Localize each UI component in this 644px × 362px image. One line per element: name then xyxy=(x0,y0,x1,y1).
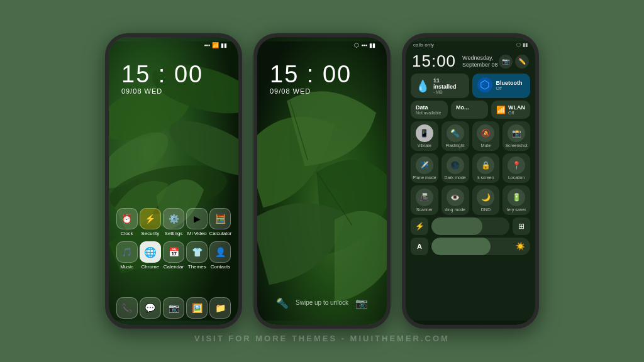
batterysaver-icon: 🔋 xyxy=(508,189,525,206)
cc-wlan-sub: Off xyxy=(508,111,525,115)
settings-icon[interactable]: ⚙️ xyxy=(163,208,184,229)
chrome-icon[interactable]: 🌐 xyxy=(140,241,161,263)
cc-scanner-btn[interactable]: 📠 Scanner xyxy=(411,185,438,215)
scanner-label: Scanner xyxy=(416,207,433,212)
cc-data-tile[interactable]: Data Not available xyxy=(411,101,448,119)
phone2-time: 15 : 00 xyxy=(270,62,352,86)
calculator-icon[interactable]: 🧮 xyxy=(209,208,231,229)
dock-gallery[interactable]: 🖼️ xyxy=(186,297,209,319)
phone2-status-bar: ⬡ ▪▪▪ ▮▮ xyxy=(257,42,387,48)
app-settings[interactable]: ⚙️ Settings xyxy=(162,208,185,236)
camera-icon[interactable]: 📷 xyxy=(163,297,184,319)
cc-storage-tile[interactable]: 💧 11 installed - MB xyxy=(411,74,469,98)
cc-dnd-btn[interactable]: 🌙 DND xyxy=(472,185,500,215)
app-music[interactable]: 🎵 Music xyxy=(115,241,138,270)
bluetooth-icon: ⬡ xyxy=(354,42,359,48)
cc-screenshot-btn[interactable]: 📸 Screenshot xyxy=(502,121,530,151)
dock-camera[interactable]: 📷 xyxy=(162,297,185,319)
cc-mute-btn[interactable]: 🔕 Mute xyxy=(472,121,500,151)
cc-time-row: 15:00 Wednesday, September 08 📷 ✏️ xyxy=(411,52,530,71)
files-icon[interactable]: 📁 xyxy=(209,297,231,319)
cc-location-btn[interactable]: 📍 Location xyxy=(502,153,530,183)
plane-icon: ✈️ xyxy=(416,156,433,174)
phone-icon[interactable]: 📞 xyxy=(116,297,138,319)
cc-flashlight-btn[interactable]: 🔦 Flashlight xyxy=(441,121,469,151)
app-mivideo[interactable]: ▶ Mi Video xyxy=(186,208,209,236)
calendar-icon[interactable]: 📅 xyxy=(163,241,184,263)
app-calculator-label: Calculator xyxy=(209,231,231,236)
app-chrome[interactable]: 🌐 Chrome xyxy=(138,241,162,270)
cc-bluetooth-sub: Off xyxy=(496,86,523,90)
cc-brightness-bar[interactable]: ☀️ xyxy=(431,238,530,255)
cc-expand-icon[interactable]: ⊞ xyxy=(513,217,530,235)
cc-lockscreen-btn[interactable]: 🔒 k screen xyxy=(472,153,500,183)
batterysaver-label: tery saver xyxy=(507,207,526,212)
cc-date: Wednesday, September 08 xyxy=(462,55,498,69)
cc-tiles-row1: 💧 11 installed - MB ⬡ Bluetooth Off xyxy=(411,74,530,98)
app-calendar-label: Calendar xyxy=(164,264,184,270)
cc-wlan-tile[interactable]: 📶 WLAN Off xyxy=(491,101,530,119)
app-grid: ⏰ Clock ⚡ Security ⚙️ Settings ▶ Mi Vide… xyxy=(115,208,232,275)
status-bar: ▪▪▪ 📶 ▮▮ xyxy=(109,42,238,48)
wifi-icon: 📶 xyxy=(212,42,219,48)
app-calendar[interactable]: 📅 Calendar xyxy=(162,241,185,270)
dock-files[interactable]: 📁 xyxy=(209,297,232,319)
lockscreen-label: k screen xyxy=(477,175,494,180)
cc-camera-btn[interactable]: 📷 xyxy=(499,55,513,69)
app-security[interactable]: ⚡ Security xyxy=(138,208,162,236)
cc-date-line1: Wednesday, xyxy=(462,55,498,62)
swipe-hint[interactable]: Swipe up to unlock xyxy=(257,299,387,306)
battery-icon: ▮▮ xyxy=(369,42,375,48)
signal-icon: ▪▪▪ xyxy=(361,42,367,48)
cc-dingmode-btn[interactable]: 👁️ ding mode xyxy=(441,185,469,215)
control-center: calls only ⬡ ▮▮ 15:00 Wednesday, Septemb… xyxy=(406,37,535,325)
app-contacts-label: Contacts xyxy=(211,264,231,270)
dock-messages[interactable]: 💬 xyxy=(138,297,162,319)
themes-icon[interactable]: 👕 xyxy=(186,241,208,263)
cc-quick-row2: ✈️ Plane mode 🌑 Dark mode 🔒 k screen 📍 L… xyxy=(411,153,530,183)
screenshot-label: Screenshot xyxy=(505,143,527,148)
app-contacts[interactable]: 👤 Contacts xyxy=(209,241,232,270)
app-chrome-label: Chrome xyxy=(142,264,159,270)
dock-phone[interactable]: 📞 xyxy=(115,297,138,319)
phone1-time-display: 15 : 00 09/08 WED xyxy=(121,62,203,95)
cc-vol-icon[interactable]: ⚡ xyxy=(411,217,428,235)
location-icon: 📍 xyxy=(508,156,525,174)
dingmode-label: ding mode xyxy=(445,207,465,212)
darkmode-icon: 🌑 xyxy=(447,156,464,174)
cc-batterysaver-btn[interactable]: 🔋 tery saver xyxy=(502,185,530,215)
mivideo-icon[interactable]: ▶ xyxy=(186,208,208,229)
dock: 📞 💬 📷 🖼️ 📁 xyxy=(115,297,232,319)
cc-edit-btn[interactable]: ✏️ xyxy=(515,55,529,69)
cc-data-label: Data xyxy=(416,104,443,111)
phone1-date: 09/08 WED xyxy=(121,87,203,95)
cc-battery-icon: ▮▮ xyxy=(523,42,528,48)
cc-font-btn[interactable]: A xyxy=(411,238,428,255)
cc-vibrate-btn[interactable]: 📳 Vibrate xyxy=(411,121,438,151)
messages-icon[interactable]: 💬 xyxy=(140,297,161,319)
phone3-controlcenter: calls only ⬡ ▮▮ 15:00 Wednesday, Septemb… xyxy=(402,33,539,329)
cc-storage-sub: - MB xyxy=(433,90,464,94)
cc-volume-fill xyxy=(431,217,482,235)
plane-label: Plane mode xyxy=(413,175,436,180)
contacts-icon[interactable]: 👤 xyxy=(209,241,231,263)
cc-wlan-label: WLAN xyxy=(508,104,525,111)
cc-plane-btn[interactable]: ✈️ Plane mode xyxy=(411,153,438,183)
lockscreen-icon: 🔒 xyxy=(477,156,494,174)
status-icons: ⬡ ▪▪▪ ▮▮ xyxy=(354,42,375,48)
cc-quick-row3: 📠 Scanner 👁️ ding mode 🌙 DND 🔋 tery save… xyxy=(411,185,530,215)
clock-icon[interactable]: ⏰ xyxy=(116,208,138,229)
cc-darkmode-btn[interactable]: 🌑 Dark mode xyxy=(441,153,469,183)
app-clock[interactable]: ⏰ Clock xyxy=(115,208,138,236)
app-mivideo-label: Mi Video xyxy=(187,231,207,236)
app-calculator[interactable]: 🧮 Calculator xyxy=(209,208,232,236)
app-security-label: Security xyxy=(141,231,159,236)
cc-bluetooth-tile[interactable]: ⬡ Bluetooth Off xyxy=(472,74,531,98)
security-icon[interactable]: ⚡ xyxy=(140,208,161,229)
cc-volume-bar[interactable] xyxy=(431,217,509,235)
cc-bluetooth-label: Bluetooth xyxy=(496,80,523,86)
app-themes[interactable]: 👕 Themes xyxy=(186,241,209,270)
cc-mode-tile[interactable]: Mo... xyxy=(451,101,488,119)
gallery-icon[interactable]: 🖼️ xyxy=(186,297,208,319)
music-icon[interactable]: 🎵 xyxy=(116,241,138,263)
